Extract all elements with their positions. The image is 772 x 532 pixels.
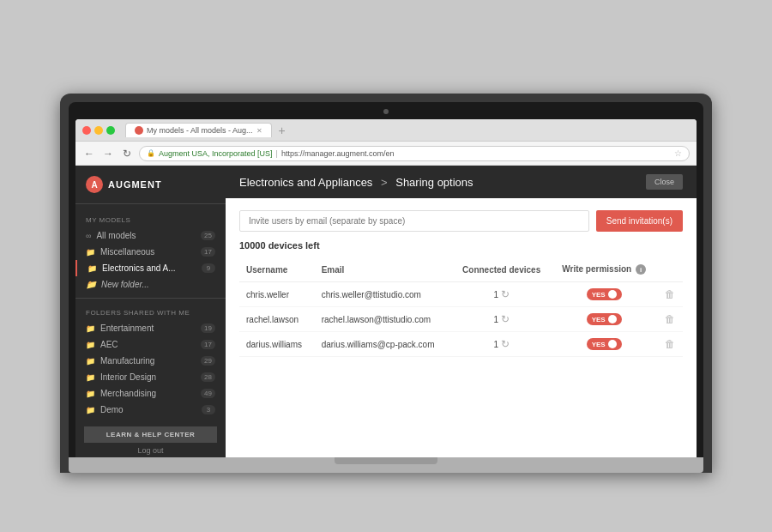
main-body: Send invitation(s) 10000 devices left Us… <box>226 198 697 369</box>
forward-btn[interactable]: → <box>101 148 115 160</box>
breadcrumb-folder: Electronics and Appliances <box>239 176 372 189</box>
sidebar-count-ent: 19 <box>201 323 215 333</box>
browser-titlebar: My models - All models - Aug... ✕ + <box>75 119 697 142</box>
table-row: rachel.lawson rachel.lawson@ttistudio.co… <box>239 307 683 332</box>
close-window-btn[interactable] <box>82 126 91 135</box>
delete-icon-2[interactable]: 🗑 <box>665 338 675 350</box>
breadcrumb-separator: > <box>381 176 390 189</box>
col-devices: Connected devices <box>452 261 552 282</box>
logo-icon: A <box>86 176 103 193</box>
infinity-icon: ∞ <box>86 232 91 240</box>
minimize-window-btn[interactable] <box>94 126 103 135</box>
sidebar: A AUGMENT MY MODELS ∞ All models 25 📁 Mi… <box>75 166 226 457</box>
sidebar-logo: A AUGMENT <box>75 176 226 204</box>
url-bar[interactable]: 🔒 Augment USA, Incorporated [US] | https… <box>139 146 690 161</box>
sidebar-count-allmodels: 25 <box>201 231 215 240</box>
tab-label: My models - All models - Aug... <box>147 126 253 135</box>
invite-email-input[interactable] <box>239 210 589 232</box>
folder-icon-mfg: 📁 <box>86 357 95 366</box>
tab-close-btn[interactable]: ✕ <box>256 127 262 135</box>
sidebar-item-miscellaneous[interactable]: 📁 Miscellaneous 17 <box>75 244 226 260</box>
refresh-icon-1[interactable]: ↻ <box>501 313 510 325</box>
url-org: Augment USA, Incorporated [US] <box>159 149 273 158</box>
sidebar-count-electronics: 9 <box>202 263 215 273</box>
folder-icon-aec: 📁 <box>86 341 95 349</box>
sidebar-count-misc: 17 <box>201 247 215 257</box>
sidebar-divider <box>75 298 226 299</box>
sidebar-item-entertainment[interactable]: 📁 Entertainment 19 <box>75 320 226 336</box>
sidebar-item-merchandising[interactable]: 📁 Merchandising 49 <box>75 385 226 402</box>
write-permission-info-icon[interactable]: i <box>636 264 646 275</box>
col-write: Write permission i <box>552 261 657 282</box>
browser-tab-active[interactable]: My models - All models - Aug... ✕ <box>125 123 272 137</box>
close-btn[interactable]: Close <box>646 174 683 190</box>
col-email: Email <box>315 261 452 282</box>
new-tab-btn[interactable]: + <box>274 124 291 137</box>
cell-delete-1: 🗑 <box>657 307 683 332</box>
sidebar-label-aec: AEC <box>100 340 196 349</box>
sidebar-count-aec: 17 <box>201 340 215 349</box>
table-row: darius.williams darius.williams@cp-pack.… <box>239 332 683 357</box>
col-actions <box>657 261 683 282</box>
logout-link[interactable]: Log out <box>84 446 217 455</box>
sidebar-label-ent: Entertainment <box>100 323 196 333</box>
cell-devices-0: 1 ↻ <box>452 282 552 307</box>
cell-delete-0: 🗑 <box>657 282 683 307</box>
new-folder-btn[interactable]: 📁 New folder... <box>75 276 226 293</box>
url-path: https://manager.augment.com/en <box>281 149 395 158</box>
col-username: Username <box>239 261 315 282</box>
main-header-title: Electronics and Appliances > Sharing opt… <box>239 176 473 189</box>
send-invitation-btn[interactable]: Send invitation(s) <box>596 210 683 232</box>
cell-write-2: YES <box>552 332 657 357</box>
sidebar-label-electronics: Electronics and A... <box>102 263 196 273</box>
sidebar-item-electronics[interactable]: 📁 Electronics and A... 9 <box>75 260 226 276</box>
cell-email-0: chris.weller@ttistudio.com <box>315 282 452 307</box>
tab-favicon <box>135 126 143 135</box>
url-separator: | <box>276 149 278 158</box>
sidebar-item-interior[interactable]: 📁 Interior Design 28 <box>75 369 226 385</box>
cell-devices-1: 1 ↻ <box>452 307 552 332</box>
cell-username-1: rachel.lawson <box>239 307 315 332</box>
sidebar-item-manufacturing[interactable]: 📁 Manufacturing 29 <box>75 353 226 369</box>
refresh-icon-0[interactable]: ↻ <box>501 288 510 300</box>
sidebar-item-demo[interactable]: 📁 Demo 3 <box>75 402 226 418</box>
sidebar-label-mfg: Manufacturing <box>100 356 196 366</box>
back-btn[interactable]: ← <box>82 148 96 160</box>
camera <box>383 109 389 114</box>
laptop-base <box>69 457 703 473</box>
toggle-write-2[interactable]: YES <box>587 338 622 350</box>
sharing-table: Username Email Connected devices Write p… <box>239 261 683 357</box>
sidebar-count-mer: 49 <box>201 389 215 398</box>
sidebar-item-allmodels[interactable]: ∞ All models 25 <box>75 227 226 244</box>
bookmark-icon[interactable]: ☆ <box>674 148 682 158</box>
toggle-write-0[interactable]: YES <box>587 288 622 300</box>
sidebar-item-aec[interactable]: 📁 AEC 17 <box>75 336 226 353</box>
lock-icon: 🔒 <box>147 149 155 157</box>
browser-toolbar: ← → ↻ 🔒 Augment USA, Incorporated [US] |… <box>75 142 697 166</box>
refresh-icon-2[interactable]: ↻ <box>501 338 510 350</box>
folder-icon-demo: 📁 <box>86 406 95 414</box>
reload-btn[interactable]: ↻ <box>120 148 134 160</box>
delete-icon-1[interactable]: 🗑 <box>665 313 675 325</box>
invite-row: Send invitation(s) <box>239 210 683 232</box>
devices-left-label: 10000 devices left <box>239 240 683 251</box>
cell-username-0: chris.weller <box>239 282 315 307</box>
folder-icon-ent: 📁 <box>86 324 95 333</box>
sidebar-label-misc: Miscellaneous <box>100 247 196 257</box>
delete-icon-0[interactable]: 🗑 <box>665 288 675 300</box>
maximize-window-btn[interactable] <box>106 126 115 135</box>
main-content: Electronics and Appliances > Sharing opt… <box>226 166 697 457</box>
learn-help-btn[interactable]: LEARN & HELP CENTER <box>84 426 217 443</box>
logo-text: AUGMENT <box>108 179 162 190</box>
folder-icon-mer: 📁 <box>86 390 95 398</box>
toggle-write-1[interactable]: YES <box>587 313 622 325</box>
cell-devices-2: 1 ↻ <box>452 332 552 357</box>
cell-write-1: YES <box>552 307 657 332</box>
sidebar-label-mer: Merchandising <box>100 389 196 398</box>
sidebar-label-allmodels: All models <box>96 231 196 240</box>
table-header-row: Username Email Connected devices Write p… <box>239 261 683 282</box>
new-folder-icon: 📁 <box>86 280 96 289</box>
sidebar-count-demo: 3 <box>202 405 215 414</box>
my-models-section-label: MY MODELS <box>75 211 226 227</box>
main-header: Electronics and Appliances > Sharing opt… <box>226 166 697 198</box>
